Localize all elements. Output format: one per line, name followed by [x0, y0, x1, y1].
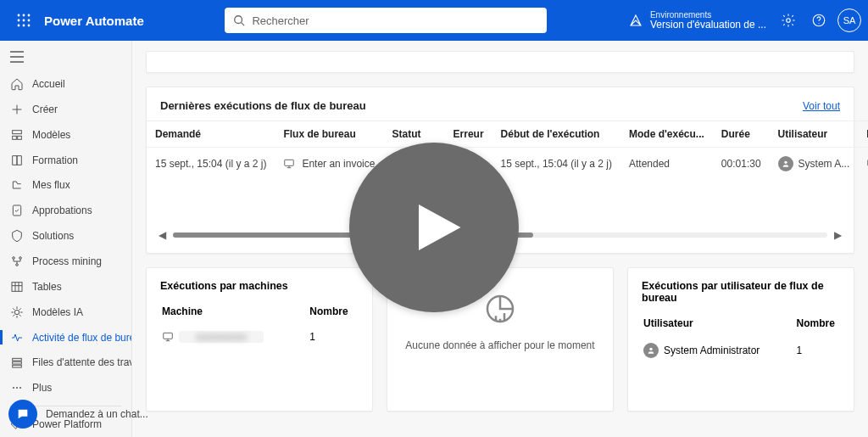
col-start[interactable]: Début de l'exécution	[492, 121, 620, 148]
home-icon	[10, 77, 24, 91]
sidebar-item-approvals[interactable]: Approbations	[0, 198, 131, 223]
svg-marker-43	[419, 204, 461, 250]
desktop-flow-icon	[283, 158, 295, 170]
chart-empty-icon	[483, 292, 517, 326]
svg-line-10	[242, 23, 245, 26]
cell-count: 1	[296, 324, 370, 350]
sidebar-item-processmining[interactable]: Process mining	[0, 249, 131, 274]
sidebar-item-label: Activité de flux de bureau	[32, 332, 131, 344]
col-mode[interactable]: Mode d'exécu...	[620, 121, 713, 148]
runs-table: Demandé Flux de bureau Statut Erreur Déb…	[147, 120, 868, 180]
svg-rect-26	[12, 282, 22, 291]
col-error[interactable]: Erreur	[445, 121, 492, 148]
col-requested[interactable]: Demandé	[147, 121, 275, 148]
svg-point-8	[28, 25, 31, 27]
flow-icon	[10, 178, 24, 192]
sidebar-item-desktopactivity[interactable]: Activité de flux de bureau	[0, 325, 131, 350]
col-machine[interactable]: Machine	[858, 121, 868, 148]
table-row[interactable]: System Administrator 1	[630, 336, 852, 365]
sidebar-item-myflows[interactable]: Mes flux	[0, 172, 131, 198]
video-play-button[interactable]	[349, 143, 519, 312]
user-avatar[interactable]: SA	[837, 8, 861, 32]
svg-rect-37	[285, 160, 294, 165]
sidebar-item-learn[interactable]: Formation	[0, 148, 131, 173]
help-button[interactable]	[804, 13, 834, 28]
col-user[interactable]: Utilisateur	[770, 121, 859, 148]
svg-point-25	[16, 264, 19, 266]
sidebar-item-home[interactable]: Accueil	[0, 71, 131, 97]
sidebar-item-label: Formation	[32, 154, 78, 166]
svg-point-38	[784, 161, 787, 164]
col-count: Nombre	[782, 312, 852, 334]
environment-picker[interactable]: Environnements Version d'évaluation de .…	[628, 10, 766, 31]
chat-prompt-text: Demandez à un chat...	[46, 408, 148, 420]
scroll-right-icon[interactable]: ▶	[834, 229, 842, 241]
cell-machine: xxxxxxxxxx	[148, 324, 294, 350]
svg-point-2	[28, 14, 31, 17]
settings-button[interactable]	[773, 13, 804, 28]
user-avatar-icon	[778, 156, 793, 171]
tables-icon	[10, 280, 24, 294]
svg-point-42	[649, 348, 652, 350]
sidebar-item-label: Plus	[32, 382, 52, 394]
col-duration[interactable]: Durée	[713, 121, 770, 148]
table-row[interactable]: xxxxxxxxxx 1	[148, 324, 370, 350]
by-machine-card: Exécutions par machines Machine Nombre x…	[146, 267, 373, 412]
mining-icon	[10, 255, 24, 268]
sidebar-collapse-toggle[interactable]	[0, 46, 131, 71]
sidebar-item-templates[interactable]: Modèles	[0, 122, 131, 148]
svg-point-23	[13, 257, 15, 260]
svg-point-24	[19, 257, 22, 260]
chat-launcher[interactable]: Demandez à un chat...	[8, 400, 148, 429]
col-machine: Machine	[148, 300, 294, 322]
sidebar-item-label: Modèles IA	[32, 306, 83, 318]
svg-rect-31	[13, 359, 22, 361]
see-all-link[interactable]: Voir tout	[803, 100, 840, 112]
play-icon	[396, 189, 472, 266]
by-user-card: Exécutions par utilisateur de flux de bu…	[627, 267, 854, 412]
svg-point-34	[13, 387, 14, 389]
search-input[interactable]: Rechercher	[225, 8, 547, 33]
svg-rect-40	[164, 333, 173, 339]
by-user-title: Exécutions par utilisateur de flux de bu…	[628, 268, 854, 311]
chart-card-stub	[146, 51, 854, 73]
queue-icon	[10, 356, 24, 369]
sidebar-item-aimodels[interactable]: Modèles IA	[0, 300, 131, 325]
svg-rect-33	[13, 366, 22, 368]
sidebar-item-label: Modèles	[32, 129, 70, 141]
book-icon	[10, 154, 24, 167]
svg-point-36	[19, 387, 21, 389]
machine-icon	[162, 331, 174, 343]
sidebar-item-workqueues[interactable]: Files d'attente des travaux (v	[0, 350, 131, 375]
sidebar-item-solutions[interactable]: Solutions	[0, 223, 131, 249]
app-launcher-icon[interactable]	[7, 14, 41, 27]
svg-point-13	[818, 23, 819, 24]
sidebar-item-label: Créer	[32, 104, 58, 115]
sidebar: Accueil Créer Modèles Formation Mes flux…	[0, 41, 132, 437]
environment-label: Environnements	[650, 10, 766, 20]
approvals-icon	[10, 204, 24, 217]
sidebar-item-label: Solutions	[32, 230, 74, 242]
sidebar-item-label: Tables	[32, 281, 62, 293]
user-avatar-icon	[643, 343, 659, 358]
svg-point-11	[787, 19, 791, 23]
templates-icon	[10, 128, 24, 142]
sidebar-item-more[interactable]: Plus	[0, 375, 131, 401]
sidebar-item-label: Approbations	[32, 204, 92, 216]
chat-icon	[8, 400, 37, 429]
gear-icon	[781, 13, 796, 28]
svg-rect-21	[18, 136, 22, 139]
table-row[interactable]: 15 sept., 15:04 (il y a 2 j) Enter an in…	[147, 148, 868, 181]
by-machine-title: Exécutions par machines	[147, 268, 372, 299]
empty-message: Aucune donnée à afficher pour le moment	[405, 339, 594, 351]
recent-runs-title: Dernières exécutions de flux de bureau	[160, 99, 366, 112]
sidebar-item-label: Accueil	[32, 78, 65, 90]
col-flow[interactable]: Flux de bureau	[275, 121, 383, 148]
svg-point-6	[18, 25, 20, 27]
svg-point-3	[18, 20, 20, 22]
cell-machine: xxxxx	[858, 148, 868, 181]
sidebar-item-tables[interactable]: Tables	[0, 274, 131, 300]
sidebar-item-create[interactable]: Créer	[0, 97, 131, 122]
scroll-left-icon[interactable]: ◀	[159, 229, 166, 241]
svg-point-30	[14, 310, 19, 314]
